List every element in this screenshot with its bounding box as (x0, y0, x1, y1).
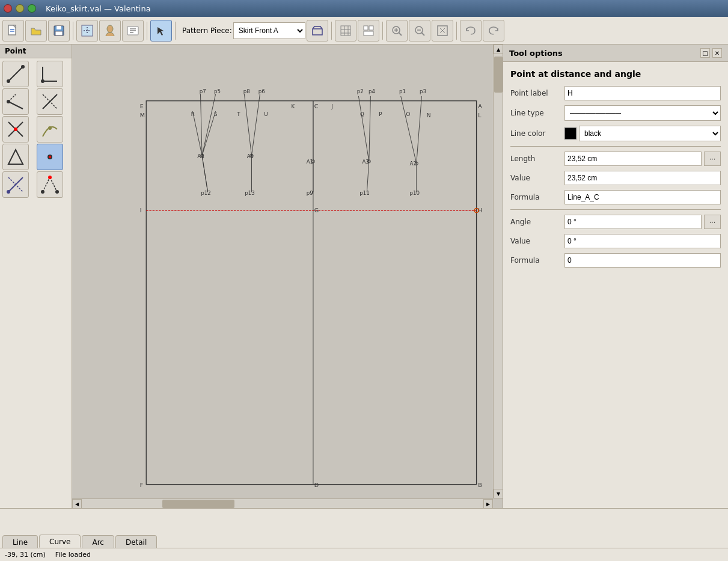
horizontal-scroll-thumb[interactable] (162, 500, 234, 508)
length-input[interactable] (564, 152, 702, 166)
redo-button[interactable] (483, 20, 504, 41)
svg-line-33 (8, 67, 23, 81)
angle-row: Angle ··· (510, 215, 721, 229)
pattern-piece-tool[interactable] (307, 20, 328, 41)
curve-arc-tool[interactable] (37, 116, 63, 143)
open-button[interactable] (25, 20, 47, 41)
zoom-out-button[interactable] (409, 20, 430, 41)
vertical-scrollbar[interactable]: ▲ ▼ (493, 44, 503, 498)
angle-section: Angle ··· Value Formula (510, 215, 721, 268)
along-arc-tool[interactable] (37, 171, 63, 198)
zoom-in-button[interactable] (386, 20, 408, 41)
angle-tool[interactable] (37, 61, 63, 87)
svg-text:B: B (478, 482, 482, 488)
angle-formula-button[interactable]: ··· (704, 215, 721, 229)
scroll-up-button[interactable]: ▲ (494, 44, 503, 54)
angle-formula-input[interactable] (564, 253, 721, 268)
point-at-distance-angle-tool[interactable] (37, 144, 63, 170)
along-perpendicular-tool[interactable] (37, 88, 63, 115)
along-line-tool[interactable] (2, 88, 29, 115)
svg-text:A2: A2 (409, 161, 416, 167)
new-button[interactable] (2, 20, 24, 41)
point-label-input[interactable] (564, 86, 721, 100)
status-message: File loaded (55, 551, 91, 559)
tab-arc[interactable]: Arc (82, 535, 114, 548)
svg-text:G: G (314, 207, 319, 213)
angle-input[interactable] (564, 215, 702, 229)
svg-text:p5: p5 (214, 88, 221, 94)
scroll-down-button[interactable]: ▼ (494, 489, 503, 498)
horizontal-scrollbar[interactable]: ◀ ▶ (72, 498, 493, 508)
length-formula-input[interactable] (564, 190, 721, 204)
increments-button[interactable] (122, 20, 144, 41)
right-panel: Tool options □ ✕ Point at distance and a… (503, 44, 728, 508)
close-button[interactable] (4, 4, 12, 13)
divider-1 (510, 146, 721, 147)
intersection-lines-tool[interactable] (2, 116, 29, 143)
line-type-select[interactable]: ────────── - - - - - - ··········· (564, 105, 721, 121)
svg-text:p9: p9 (307, 190, 313, 196)
svg-text:P: P (379, 111, 382, 117)
svg-point-38 (41, 79, 44, 83)
panel-float-button[interactable]: □ (700, 48, 710, 58)
pattern-piece-select[interactable]: Skirt Front A (233, 22, 305, 39)
canvas-scroll: p7 p5 p8 p6 p2 p4 p1 p3 A B C D E F H I … (72, 44, 503, 508)
svg-text:F: F (140, 482, 143, 488)
canvas-area[interactable]: p7 p5 p8 p6 p2 p4 p1 p3 A B C D E F H I … (72, 44, 503, 508)
svg-text:K: K (291, 103, 295, 109)
layout-button[interactable] (358, 20, 379, 41)
save-button[interactable] (48, 20, 70, 41)
svg-text:U: U (264, 111, 268, 117)
svg-point-51 (49, 156, 51, 158)
normal-bisector-tool[interactable] (2, 171, 29, 198)
line-color-row: Line color black (510, 126, 721, 141)
grid-button[interactable] (335, 20, 356, 41)
tab-curve[interactable]: Curve (39, 535, 81, 548)
svg-rect-5 (55, 31, 63, 35)
arrow-tool-button[interactable] (150, 20, 172, 41)
scroll-right-button[interactable]: ▶ (483, 499, 493, 508)
draw-mode-button[interactable] (76, 20, 98, 41)
svg-text:p4: p4 (369, 88, 375, 94)
vertical-scroll-thumb[interactable] (494, 57, 503, 93)
window-title: Keiko_skirt.val — Valentina (46, 4, 151, 13)
svg-point-46 (14, 127, 17, 131)
scroll-left-button[interactable]: ◀ (72, 499, 82, 508)
svg-point-59 (55, 190, 59, 194)
svg-text:I: I (140, 207, 142, 213)
line-point-tool[interactable] (2, 61, 29, 87)
minimize-button[interactable] (16, 4, 24, 13)
maximize-button[interactable] (28, 4, 36, 13)
undo-button[interactable] (460, 20, 482, 41)
tab-detail[interactable]: Detail (115, 535, 157, 548)
line-color-select[interactable]: black (579, 126, 721, 141)
panel-header-buttons: □ ✕ (700, 48, 722, 58)
angle-value-input[interactable] (564, 234, 721, 248)
pattern-piece-label: Pattern Piece: (182, 26, 232, 35)
angle-formula-row: Formula (510, 253, 721, 268)
svg-point-9 (107, 25, 113, 32)
length-value-label: Value (510, 174, 564, 182)
length-formula-button[interactable]: ··· (704, 152, 721, 166)
angle-value-label: Value (510, 237, 564, 245)
triangle-tool[interactable] (2, 144, 29, 170)
svg-text:A: A (478, 103, 482, 109)
svg-line-79 (367, 161, 369, 192)
tab-line[interactable]: Line (2, 535, 38, 548)
svg-point-47 (48, 126, 52, 130)
tool-grid (0, 58, 72, 200)
svg-line-56 (50, 177, 57, 192)
model-button[interactable] (99, 20, 121, 41)
panel-header-title: Tool options (509, 49, 563, 58)
svg-line-65 (202, 111, 216, 156)
zoom-fit-button[interactable] (432, 20, 453, 41)
panel-close-button[interactable]: ✕ (712, 48, 722, 58)
separator-6 (456, 22, 457, 40)
svg-text:p12: p12 (201, 190, 211, 196)
divider-2 (510, 209, 721, 210)
svg-line-70 (244, 94, 251, 155)
point-section-header: Point (0, 44, 72, 58)
length-value-input[interactable] (564, 171, 721, 185)
svg-text:p13: p13 (245, 190, 255, 196)
length-value-row: Value (510, 171, 721, 185)
